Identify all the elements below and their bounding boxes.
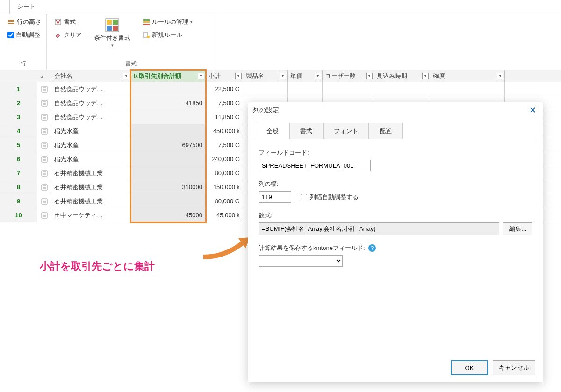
row-number[interactable]: 3 [0,110,37,124]
cell-total[interactable] [131,82,206,96]
cell-total[interactable] [131,194,206,208]
cell-total[interactable] [131,110,206,124]
cell-company[interactable]: 田中マーケティ… [51,208,131,222]
cell-subtotal[interactable]: 80,000 G [206,194,243,208]
row-number[interactable]: 6 [0,152,37,166]
filter-dropdown-icon[interactable]: ▾ [497,73,503,79]
record-icon[interactable] [37,124,51,138]
cell-company[interactable]: 自然食品ウッデ… [51,82,131,96]
field-code-input[interactable] [259,160,371,171]
record-icon[interactable] [37,180,51,194]
cell-users[interactable] [323,82,374,96]
cell-subtotal[interactable]: 80,000 G [206,166,243,180]
filter-dropdown-icon[interactable]: ▾ [366,73,373,79]
cell-company[interactable]: 石井精密機械工業 [51,194,131,208]
autofit-check[interactable]: 自動調整 [6,30,43,40]
row-number[interactable]: 9 [0,194,37,208]
cell-confidence[interactable] [430,82,505,96]
row-number[interactable]: 5 [0,138,37,152]
sheet-tab[interactable]: シート [9,0,43,14]
filter-dropdown-icon[interactable]: ▾ [422,73,429,79]
row-number[interactable]: 1 [0,82,37,96]
col-company[interactable]: 会社名▾ [51,70,131,82]
tab-format[interactable]: 書式 [289,123,323,139]
filter-dropdown-icon[interactable]: ▾ [198,73,204,79]
cell-company[interactable]: 自然食品ウッデ… [51,96,131,110]
cell-total[interactable]: 45000 [131,208,206,222]
filter-dropdown-icon[interactable]: ▾ [280,73,286,79]
col-subtotal[interactable]: 小計▾ [206,70,243,82]
cell-total[interactable]: 41850 [131,96,206,110]
record-icon[interactable] [37,138,51,152]
tab-font[interactable]: フォント [323,123,369,139]
close-icon[interactable]: ✕ [527,105,538,116]
col-expected[interactable]: 見込み時期▾ [374,70,430,82]
cell-company[interactable]: 石井精密機械工業 [51,166,131,180]
col-unitprice[interactable]: 単価▾ [288,70,323,82]
cell-subtotal[interactable]: 22,500 G [206,82,243,96]
cell-subtotal[interactable]: 45,000 k [206,208,243,222]
cell-product[interactable] [243,82,288,96]
filter-dropdown-icon[interactable]: ▾ [123,73,129,79]
col-product[interactable]: 製品名▾ [243,70,288,82]
cell-company[interactable]: 稲光水産 [51,124,131,138]
cell-subtotal[interactable]: 240,000 G [206,152,243,166]
col-width-input[interactable] [259,191,291,203]
record-icon[interactable] [37,110,51,124]
filter-dropdown-icon[interactable]: ▾ [315,73,321,79]
cell-subtotal[interactable]: 7,500 G [206,96,243,110]
record-icon[interactable] [37,208,51,222]
row-number[interactable]: 2 [0,96,37,110]
tab-align[interactable]: 配置 [369,123,403,139]
cell-total[interactable] [131,152,206,166]
autofit-checkbox[interactable] [7,32,14,38]
cell-company[interactable]: 石井精密機械工業 [51,180,131,194]
filter-dropdown-icon[interactable]: ▾ [235,73,242,79]
edit-formula-button[interactable]: 編集... [503,222,532,235]
formula-input[interactable] [259,222,499,235]
cell-subtotal[interactable]: 450,000 k [206,124,243,138]
cell-unitprice[interactable] [288,82,323,96]
row-number[interactable]: 8 [0,180,37,194]
cell-total[interactable] [131,124,206,138]
new-rule-button[interactable]: 新規ルール [141,30,194,40]
col-users-label: ユーザー数 [325,72,356,80]
help-icon[interactable]: ? [368,244,376,252]
row-number[interactable]: 10 [0,208,37,222]
rowhead-corner[interactable] [0,70,37,82]
cell-company[interactable]: 稲光水産 [51,152,131,166]
cell-total[interactable]: 310000 [131,180,206,194]
conditional-format-button[interactable]: 条件付き書式 ▾ [92,17,132,49]
col-users[interactable]: ユーザー数▾ [323,70,374,82]
cell-total[interactable]: 697500 [131,138,206,152]
record-icon[interactable] [37,194,51,208]
cancel-button[interactable]: キャンセル [493,360,535,375]
clear-button[interactable]: クリア [52,30,84,40]
dialog-titlebar[interactable]: 列の設定 ✕ [248,102,543,118]
cell-company[interactable]: 自然食品ウッデ… [51,110,131,124]
format-button[interactable]: 書式 [52,17,84,27]
cell-company[interactable]: 稲光水産 [51,138,131,152]
cell-subtotal[interactable]: 11,850 G [206,110,243,124]
autofit-col-check[interactable]: 列幅自動調整する [301,193,359,201]
cell-expected[interactable] [374,82,430,96]
record-icon[interactable] [37,166,51,180]
manage-rules-button[interactable]: ルールの管理 ▾ [141,17,194,27]
col-confidence[interactable]: 確度▾ [430,70,505,82]
row-height-button[interactable]: 行の高さ [6,17,43,27]
cell-subtotal[interactable]: 7,500 G [206,138,243,152]
autofit-col-checkbox[interactable] [301,194,307,200]
table-row[interactable]: 1自然食品ウッデ…22,500 G [0,82,561,96]
row-number[interactable]: 4 [0,124,37,138]
record-icon[interactable] [37,152,51,166]
cell-total[interactable] [131,166,206,180]
row-number[interactable]: 7 [0,166,37,180]
record-icon[interactable] [37,96,51,110]
col-total-by-client[interactable]: fx取引先別合計額▾ [131,70,206,82]
cell-subtotal[interactable]: 150,000 k [206,180,243,194]
record-icon[interactable] [37,82,51,96]
col-icon[interactable]: ◢ [37,70,51,82]
tab-general[interactable]: 全般 [256,123,289,139]
save-field-select[interactable] [259,255,343,267]
ok-button[interactable]: OK [451,360,488,375]
